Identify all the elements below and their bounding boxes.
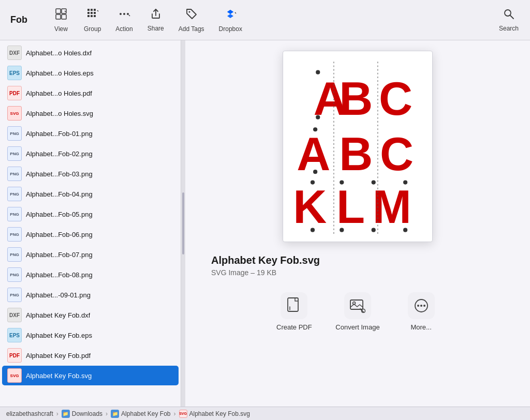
svg-point-15	[127, 13, 129, 15]
toolbar-search[interactable]: Search	[492, 4, 526, 36]
breadcrumb-alphabet-key-fob[interactable]: 📁 Alphabet Key Fob	[111, 410, 170, 418]
share-label: Share	[148, 25, 164, 32]
group-icon	[86, 8, 99, 23]
svg-point-27	[313, 127, 317, 131]
toolbar-share[interactable]: Share	[140, 4, 171, 36]
svg-point-28	[313, 170, 317, 174]
svg-rect-3	[62, 14, 66, 19]
file-name: Alphabet Key Fob.eps	[26, 332, 92, 339]
svg-rect-4	[87, 9, 90, 11]
file-name: Alphabet...o Holes.pdf	[26, 89, 92, 97]
file-type-icon: EPS	[7, 328, 22, 342]
create-pdf-button[interactable]: Create PDF	[273, 292, 315, 331]
file-preview: A B C A B C K L M	[283, 51, 433, 242]
add-tags-label: Add Tags	[179, 25, 204, 33]
dropbox-label: Dropbox	[219, 25, 242, 33]
svg-text:C: C	[380, 128, 414, 180]
svg-rect-10	[87, 15, 90, 17]
breadcrumb-text-file: Alphabet Key Fob.svg	[189, 410, 250, 417]
list-item[interactable]: DXFAlphabet...o Holes.dxf	[2, 43, 179, 63]
list-item[interactable]: PNGAlphabet...Fob-05.png	[2, 204, 179, 224]
toolbar-group[interactable]: Group	[77, 4, 108, 37]
file-type-icon: PNG	[7, 207, 22, 221]
svg-rect-11	[91, 15, 93, 17]
main-content: DXFAlphabet...o Holes.dxfEPSAlphabet...o…	[0, 40, 530, 407]
file-type-icon: PDF	[7, 348, 22, 363]
svg-point-47	[417, 305, 419, 307]
list-item[interactable]: DXFAlphabet Key Fob.dxf	[2, 305, 179, 325]
svg-point-22	[316, 70, 320, 74]
file-name: Alphabet...o Holes.svg	[26, 110, 93, 117]
list-item[interactable]: PDFAlphabet...o Holes.pdf	[2, 83, 179, 103]
svg-point-49	[423, 305, 425, 307]
list-item[interactable]: PNGAlphabet...-09-01.png	[2, 285, 179, 305]
file-type-icon: PDF	[7, 86, 22, 100]
file-name: Alphabet Key Fob.svg	[26, 372, 92, 380]
svg-rect-6	[94, 9, 96, 11]
svg-point-33	[340, 181, 344, 185]
file-type-icon: DXF	[7, 308, 22, 322]
file-type-icon: PNG	[7, 187, 22, 201]
breadcrumb-text-alphabet-key-fob: Alphabet Key Fob	[121, 410, 170, 417]
file-name: Alphabet...Fob-07.png	[26, 251, 93, 259]
list-item[interactable]: PNGAlphabet...Fob-06.png	[2, 224, 179, 244]
app-title: Fob	[4, 14, 46, 25]
action-icon	[118, 8, 130, 23]
more-button[interactable]: More...	[401, 292, 442, 331]
breadcrumb-sep-3: ›	[174, 410, 176, 417]
create-pdf-icon	[281, 292, 307, 319]
list-item[interactable]: PNGAlphabet...Fob-08.png	[2, 265, 179, 284]
create-pdf-label: Create PDF	[276, 323, 312, 331]
toolbar-view[interactable]: View	[46, 4, 77, 37]
dropbox-icon	[224, 8, 237, 23]
svg-file-icon: SVG	[179, 410, 187, 418]
list-item[interactable]: PNGAlphabet...Fob-07.png	[2, 245, 179, 264]
breadcrumb-sep-1: ›	[56, 410, 58, 417]
list-item[interactable]: PNGAlphabet...Fob-03.png	[2, 164, 179, 184]
list-item[interactable]: PNGAlphabet...Fob-02.png	[2, 144, 179, 163]
file-type-icon: PNG	[7, 146, 22, 161]
toolbar-add-tags[interactable]: Add Tags	[171, 4, 212, 37]
list-item[interactable]: PNGAlphabet...Fob-01.png	[2, 124, 179, 143]
breadcrumb-elizabethashcraft[interactable]: elizabethashcraft	[6, 410, 53, 417]
toolbar-dropbox[interactable]: Dropbox	[212, 4, 249, 37]
breadcrumb-text-downloads: Downloads	[72, 410, 102, 417]
search-icon	[503, 8, 514, 23]
file-detail-name: Alphabet Key Fob.svg	[196, 254, 320, 266]
svg-rect-42	[288, 298, 298, 311]
list-item[interactable]: SVGAlphabet...o Holes.svg	[2, 103, 179, 123]
svg-text:B: B	[339, 128, 373, 180]
downloads-folder-icon: 📁	[62, 410, 70, 418]
file-type-icon: PNG	[7, 288, 22, 302]
svg-rect-8	[91, 12, 93, 14]
file-name: Alphabet...Fob-03.png	[26, 170, 93, 178]
add-tags-icon	[185, 8, 198, 23]
file-type-icon: PNG	[7, 167, 22, 181]
list-item[interactable]: EPSAlphabet Key Fob.eps	[2, 325, 179, 345]
file-name: Alphabet...Fob-06.png	[26, 231, 93, 238]
file-name: Alphabet...o Holes.dxf	[26, 49, 92, 57]
sidebar-scrollbar[interactable]	[181, 40, 185, 407]
breadcrumb-downloads[interactable]: 📁 Downloads	[62, 410, 102, 418]
svg-text:K: K	[293, 181, 327, 233]
convert-image-button[interactable]: Convert Image	[335, 292, 379, 331]
svg-point-38	[372, 228, 376, 232]
share-icon	[150, 8, 161, 23]
file-name: Alphabet...Fob-02.png	[26, 150, 93, 158]
svg-rect-2	[56, 14, 61, 19]
action-buttons: Create PDF Convert Image	[273, 292, 441, 331]
file-type-icon: PNG	[7, 267, 22, 282]
svg-point-13	[120, 13, 122, 15]
list-item[interactable]: EPSAlphabet...o Holes.eps	[2, 63, 179, 83]
svg-rect-9	[94, 12, 96, 14]
breadcrumb-file[interactable]: SVG Alphabet Key Fob.svg	[179, 410, 250, 418]
file-name: Alphabet...o Holes.eps	[26, 69, 94, 77]
scrollbar-thumb	[182, 192, 184, 254]
list-item[interactable]: PDFAlphabet Key Fob.pdf	[2, 346, 179, 365]
view-icon	[55, 8, 67, 23]
toolbar-action[interactable]: Action	[108, 4, 140, 37]
list-item[interactable]: SVGAlphabet Key Fob.svg	[2, 366, 179, 385]
svg-text:L: L	[336, 181, 365, 233]
list-item[interactable]: PNGAlphabet...Fob-04.png	[2, 184, 179, 204]
file-type-icon: SVG	[7, 368, 22, 383]
